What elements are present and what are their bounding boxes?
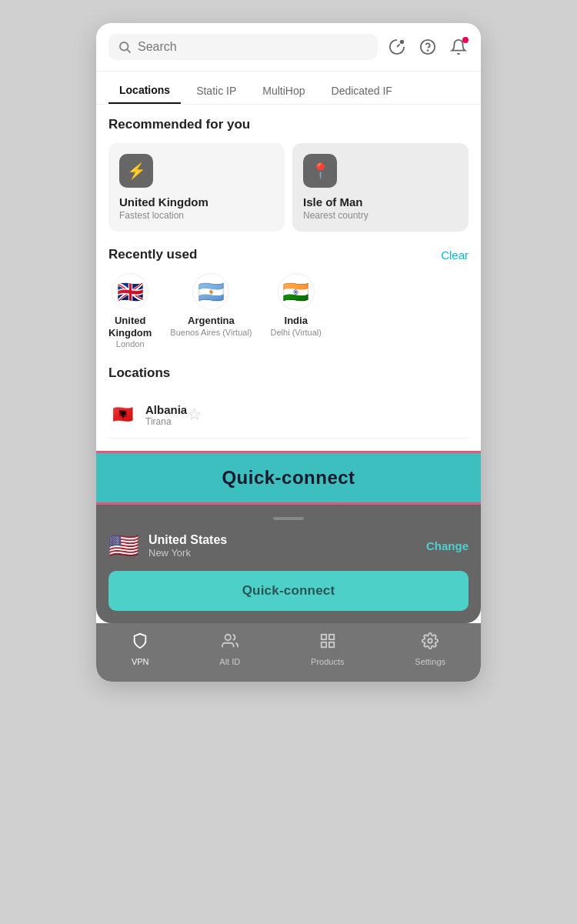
recent-uk-city: London — [116, 339, 145, 349]
tabs-row: Locations Static IP MultiHop Dedicated I… — [96, 72, 481, 105]
recommended-title: Recommended for you — [108, 117, 469, 132]
vpn-icon — [132, 632, 148, 654]
drag-handle — [273, 517, 304, 520]
quick-connect-highlight-button[interactable]: Quick-connect — [96, 451, 481, 505]
connection-info: 🇺🇸 United States New York Change — [108, 531, 469, 560]
tab-dedicated-if[interactable]: Dedicated IF — [321, 78, 403, 104]
iom-location-icon: 📍 — [303, 154, 337, 188]
nav-item-settings[interactable]: Settings — [415, 632, 445, 666]
bottom-nav: VPN Alt ID Produ — [96, 623, 481, 682]
uk-fast-icon: ⚡ — [119, 154, 153, 188]
quick-connect-button[interactable]: Quick-connect — [108, 571, 469, 611]
recent-uk-country: UnitedKingdom — [108, 315, 152, 339]
recent-item-uk[interactable]: 🇬🇧 UnitedKingdom London — [108, 273, 152, 349]
svg-point-2 — [401, 41, 404, 44]
rec-uk-label: Fastest location — [119, 210, 184, 221]
clear-button[interactable]: Clear — [441, 249, 469, 262]
recent-argentina-city: Buenos Aires (Virtual) — [170, 328, 252, 337]
location-item-albania[interactable]: 🇦🇱 Albania Tirana ☆ — [108, 392, 469, 439]
help-icon[interactable] — [418, 37, 438, 57]
rec-card-uk[interactable]: ⚡ United Kingdom Fastest location — [108, 143, 285, 232]
recent-list: 🇬🇧 UnitedKingdom London 🇦🇷 Argentina Bue… — [108, 273, 469, 349]
connection-text: United States New York — [148, 533, 426, 559]
rec-iom-country: Isle of Man — [303, 195, 363, 208]
locations-title: Locations — [108, 365, 469, 381]
tab-multihop[interactable]: MultiHop — [252, 78, 315, 104]
tab-static-ip[interactable]: Static IP — [185, 78, 247, 104]
svg-rect-9 — [329, 642, 334, 647]
svg-rect-6 — [322, 635, 326, 639]
nav-products-label: Products — [311, 657, 344, 666]
main-content: Recommended for you ⚡ United Kingdom Fas… — [96, 105, 481, 451]
svg-point-10 — [428, 639, 432, 643]
india-flag: 🇮🇳 — [278, 273, 315, 310]
change-button[interactable]: Change — [426, 539, 469, 552]
argentina-flag: 🇦🇷 — [192, 273, 229, 310]
albania-country: Albania — [145, 403, 187, 416]
search-input-wrapper[interactable] — [108, 34, 378, 60]
albania-favorite-star[interactable]: ☆ — [187, 405, 202, 425]
locations-list: 🇦🇱 Albania Tirana ☆ — [108, 392, 469, 439]
nav-item-vpn[interactable]: VPN — [132, 632, 149, 666]
nav-vpn-label: VPN — [132, 657, 149, 666]
connection-city: New York — [148, 547, 426, 559]
recent-india-city: Delhi (Virtual) — [271, 328, 322, 337]
bottom-panel: 🇺🇸 United States New York Change Quick-c… — [96, 505, 481, 623]
tab-locations[interactable]: Locations — [108, 78, 181, 104]
speed-icon[interactable] — [387, 37, 407, 57]
us-flag-icon: 🇺🇸 — [108, 531, 139, 560]
rec-iom-label: Nearest country — [303, 210, 369, 221]
svg-point-0 — [120, 42, 128, 51]
nav-settings-label: Settings — [415, 657, 445, 666]
search-icon — [118, 40, 132, 54]
recent-argentina-country: Argentina — [188, 315, 235, 327]
svg-line-1 — [127, 49, 130, 52]
connection-country: United States — [148, 533, 426, 547]
search-bar — [96, 23, 481, 72]
notification-dot — [462, 37, 469, 43]
quick-connect-highlight-label: Quick-connect — [222, 467, 355, 489]
phone-container: Locations Static IP MultiHop Dedicated I… — [96, 23, 481, 682]
recently-header: Recently used Clear — [108, 247, 469, 262]
svg-point-5 — [225, 635, 230, 640]
svg-rect-7 — [329, 635, 334, 639]
recommended-grid: ⚡ United Kingdom Fastest location 📍 Isle… — [108, 143, 469, 232]
albania-flag-icon: 🇦🇱 — [108, 401, 136, 429]
albania-info: Albania Tirana — [145, 403, 187, 427]
search-input[interactable] — [138, 40, 369, 54]
nav-item-altid[interactable]: Alt ID — [219, 632, 240, 666]
uk-flag: 🇬🇧 — [112, 273, 148, 310]
settings-icon — [422, 632, 439, 654]
rec-uk-country: United Kingdom — [119, 195, 208, 208]
recently-used-title: Recently used — [108, 247, 197, 262]
rec-card-iom[interactable]: 📍 Isle of Man Nearest country — [292, 143, 469, 232]
products-icon — [319, 632, 336, 654]
svg-rect-8 — [322, 642, 326, 647]
recent-item-argentina[interactable]: 🇦🇷 Argentina Buenos Aires (Virtual) — [170, 273, 252, 349]
recent-item-india[interactable]: 🇮🇳 India Delhi (Virtual) — [271, 273, 322, 349]
recent-india-country: India — [285, 315, 308, 327]
nav-altid-label: Alt ID — [219, 657, 240, 666]
notification-icon[interactable] — [449, 37, 469, 57]
svg-point-4 — [428, 50, 429, 51]
altid-icon — [222, 632, 238, 654]
albania-city: Tirana — [145, 416, 187, 427]
header-icons — [387, 37, 469, 57]
nav-item-products[interactable]: Products — [311, 632, 344, 666]
